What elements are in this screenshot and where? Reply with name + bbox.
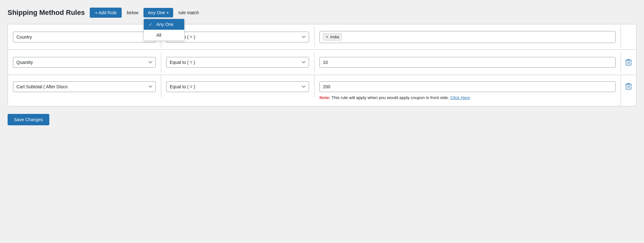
- tag-label: India: [330, 34, 339, 39]
- delete-rule-3-button[interactable]: [624, 81, 633, 91]
- value-cell-3: Note: This rule will apply when you woul…: [314, 75, 621, 106]
- svg-rect-0: [626, 60, 631, 65]
- trash-icon: [625, 83, 632, 90]
- tag-container-1: ✕ India: [319, 31, 616, 43]
- table-row: Country Quantity Cart Subtotal ( After D…: [8, 75, 636, 106]
- operator-select-3[interactable]: Equal to ( = ) Not equal to ( != ) Great…: [166, 81, 309, 92]
- operator-select-2[interactable]: Equal to ( = ) Not equal to ( != ) Great…: [166, 57, 309, 68]
- table-row: Country Quantity Cart Subtotal ( After D…: [8, 24, 636, 50]
- match-option-any-one[interactable]: ✓ Any One: [144, 19, 184, 30]
- operator-cell-2: Equal to ( = ) Not equal to ( != ) Great…: [161, 52, 314, 73]
- match-option-any-one-label: Any One: [156, 22, 173, 27]
- after-dropdown-text: rule match: [178, 10, 199, 15]
- rules-table: Country Quantity Cart Subtotal ( After D…: [8, 24, 636, 106]
- header-row: Shipping Method Rules + Add Rule below A…: [8, 8, 636, 18]
- save-changes-button[interactable]: Save Changes: [8, 114, 49, 125]
- delete-cell-1: [621, 33, 636, 41]
- match-option-all[interactable]: All: [144, 30, 184, 40]
- note-text: This rule will apply when you would appl…: [331, 95, 450, 100]
- tag-india: ✕ India: [323, 33, 342, 40]
- table-row: Country Quantity Cart Subtotal ( After D…: [8, 50, 636, 75]
- check-icon: ✓: [149, 22, 154, 27]
- note-link[interactable]: Click Here: [450, 95, 470, 100]
- note-container: Note: This rule will apply when you woul…: [319, 95, 616, 101]
- page-container: Shipping Method Rules + Add Rule below A…: [0, 0, 644, 243]
- trash-icon: [625, 59, 632, 66]
- value-input-2[interactable]: [319, 57, 616, 68]
- condition-select-1[interactable]: Country Quantity Cart Subtotal ( After D…: [13, 32, 156, 42]
- match-dropdown-wrapper: Any One ▾ ✓ Any One All: [143, 8, 173, 17]
- chevron-down-icon: ▾: [167, 11, 169, 15]
- add-rule-button[interactable]: + Add Rule: [90, 8, 122, 18]
- match-dropdown-menu: ✓ Any One All: [143, 19, 185, 41]
- before-dropdown-text: below: [127, 10, 138, 15]
- operator-cell-3: Equal to ( = ) Not equal to ( != ) Great…: [161, 75, 314, 97]
- match-option-all-label: All: [156, 33, 161, 38]
- delete-cell-2: [621, 53, 636, 71]
- value-input-3[interactable]: [319, 81, 616, 92]
- delete-cell-3: [621, 75, 636, 95]
- note-label: Note:: [319, 95, 331, 100]
- condition-select-2[interactable]: Country Quantity Cart Subtotal ( After D…: [13, 57, 156, 68]
- value-cell-1: ✕ India: [314, 26, 621, 48]
- tag-close-icon[interactable]: ✕: [325, 35, 329, 39]
- condition-cell-1: Country Quantity Cart Subtotal ( After D…: [8, 27, 161, 47]
- value-cell-2: [314, 52, 621, 73]
- operator-select-1[interactable]: Equal to ( = ) Not equal to ( != ) Great…: [166, 32, 309, 42]
- condition-cell-2: Country Quantity Cart Subtotal ( After D…: [8, 52, 161, 73]
- page-title: Shipping Method Rules: [8, 9, 85, 17]
- svg-rect-1: [626, 84, 631, 89]
- condition-cell-3: Country Quantity Cart Subtotal ( After D…: [8, 75, 161, 97]
- delete-rule-2-button[interactable]: [624, 57, 633, 67]
- condition-select-3[interactable]: Country Quantity Cart Subtotal ( After D…: [13, 81, 156, 92]
- match-dropdown-selected-label: Any One: [148, 10, 165, 15]
- match-dropdown-trigger[interactable]: Any One ▾: [143, 8, 173, 17]
